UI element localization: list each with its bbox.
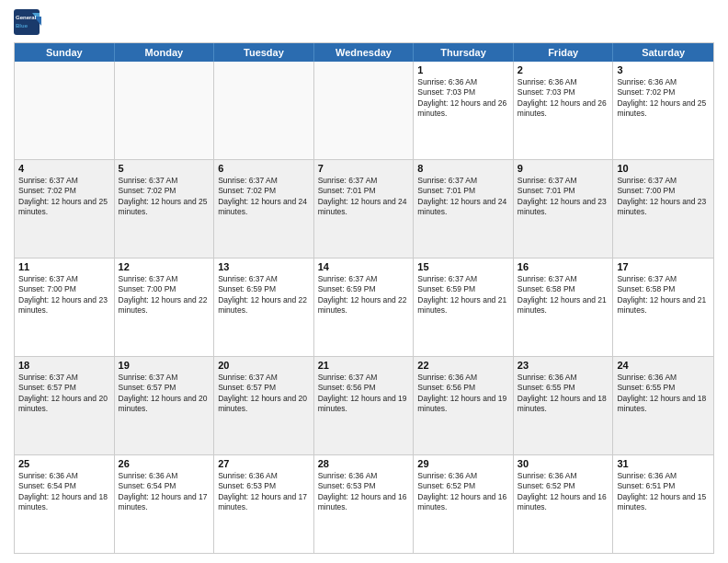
sun-info: Sunrise: 6:37 AMSunset: 6:57 PMDaylight:… xyxy=(218,373,310,415)
day-number: 1 xyxy=(417,64,509,75)
day-cell-22: 22Sunrise: 6:36 AMSunset: 6:56 PMDayligh… xyxy=(414,357,514,454)
empty-cell xyxy=(214,62,314,159)
sun-info: Sunrise: 6:37 AMSunset: 7:01 PMDaylight:… xyxy=(518,176,609,218)
calendar-header: SundayMondayTuesdayWednesdayThursdayFrid… xyxy=(15,43,713,62)
day-number: 21 xyxy=(318,360,410,371)
day-number: 28 xyxy=(318,458,410,469)
day-number: 18 xyxy=(18,360,110,371)
sun-info: Sunrise: 6:36 AMSunset: 6:55 PMDaylight:… xyxy=(518,373,609,415)
day-header-saturday: Saturday xyxy=(613,43,713,62)
day-number: 27 xyxy=(218,458,310,469)
day-number: 30 xyxy=(518,458,609,469)
sun-info: Sunrise: 6:36 AMSunset: 7:03 PMDaylight:… xyxy=(417,77,509,120)
sun-info: Sunrise: 6:37 AMSunset: 7:00 PMDaylight:… xyxy=(617,176,710,218)
empty-cell xyxy=(314,62,415,159)
day-cell-25: 25Sunrise: 6:36 AMSunset: 6:54 PMDayligh… xyxy=(15,455,115,553)
day-header-sunday: Sunday xyxy=(15,43,115,62)
day-cell-17: 17Sunrise: 6:37 AMSunset: 6:58 PMDayligh… xyxy=(613,259,713,356)
sun-info: Sunrise: 6:37 AMSunset: 7:01 PMDaylight:… xyxy=(318,176,410,218)
sun-info: Sunrise: 6:37 AMSunset: 7:01 PMDaylight:… xyxy=(417,176,509,218)
day-number: 15 xyxy=(417,261,509,272)
day-cell-2: 2Sunrise: 6:36 AMSunset: 7:03 PMDaylight… xyxy=(514,62,614,159)
day-cell-12: 12Sunrise: 6:37 AMSunset: 7:00 PMDayligh… xyxy=(115,259,215,356)
sun-info: Sunrise: 6:37 AMSunset: 7:00 PMDaylight:… xyxy=(119,274,210,316)
day-cell-1: 1Sunrise: 6:36 AMSunset: 7:03 PMDaylight… xyxy=(414,62,514,159)
day-number: 16 xyxy=(518,261,609,272)
day-number: 11 xyxy=(18,261,110,272)
day-number: 29 xyxy=(417,458,509,469)
calendar: SundayMondayTuesdayWednesdayThursdayFrid… xyxy=(14,42,714,554)
svg-text:General: General xyxy=(16,15,37,20)
sun-info: Sunrise: 6:37 AMSunset: 6:58 PMDaylight:… xyxy=(518,274,609,316)
day-cell-11: 11Sunrise: 6:37 AMSunset: 7:00 PMDayligh… xyxy=(15,259,115,356)
day-cell-20: 20Sunrise: 6:37 AMSunset: 6:57 PMDayligh… xyxy=(214,357,314,454)
day-number: 3 xyxy=(617,64,710,75)
sun-info: Sunrise: 6:36 AMSunset: 6:54 PMDaylight:… xyxy=(119,471,210,513)
day-header-wednesday: Wednesday xyxy=(314,43,415,62)
sun-info: Sunrise: 6:37 AMSunset: 6:59 PMDaylight:… xyxy=(318,274,410,316)
logo: General Blue xyxy=(14,9,43,35)
day-number: 25 xyxy=(18,458,110,469)
day-cell-8: 8Sunrise: 6:37 AMSunset: 7:01 PMDaylight… xyxy=(414,160,514,258)
day-cell-27: 27Sunrise: 6:36 AMSunset: 6:53 PMDayligh… xyxy=(214,455,314,553)
day-number: 8 xyxy=(417,163,509,174)
day-cell-31: 31Sunrise: 6:36 AMSunset: 6:51 PMDayligh… xyxy=(613,455,713,553)
day-cell-21: 21Sunrise: 6:37 AMSunset: 6:56 PMDayligh… xyxy=(314,357,415,454)
day-header-monday: Monday xyxy=(115,43,215,62)
day-cell-29: 29Sunrise: 6:36 AMSunset: 6:52 PMDayligh… xyxy=(414,455,514,553)
calendar-row-3: 18Sunrise: 6:37 AMSunset: 6:57 PMDayligh… xyxy=(15,357,713,455)
calendar-row-4: 25Sunrise: 6:36 AMSunset: 6:54 PMDayligh… xyxy=(15,455,713,553)
day-number: 2 xyxy=(518,64,609,75)
day-number: 17 xyxy=(617,261,710,272)
day-cell-7: 7Sunrise: 6:37 AMSunset: 7:01 PMDaylight… xyxy=(314,160,415,258)
day-cell-18: 18Sunrise: 6:37 AMSunset: 6:57 PMDayligh… xyxy=(15,357,115,454)
sun-info: Sunrise: 6:36 AMSunset: 7:02 PMDaylight:… xyxy=(617,77,710,120)
day-cell-3: 3Sunrise: 6:36 AMSunset: 7:02 PMDaylight… xyxy=(613,62,713,159)
day-number: 19 xyxy=(119,360,210,371)
day-number: 9 xyxy=(518,163,609,174)
sun-info: Sunrise: 6:36 AMSunset: 6:53 PMDaylight:… xyxy=(318,471,410,513)
sun-info: Sunrise: 6:36 AMSunset: 6:53 PMDaylight:… xyxy=(218,471,310,513)
day-number: 26 xyxy=(119,458,210,469)
day-cell-10: 10Sunrise: 6:37 AMSunset: 7:00 PMDayligh… xyxy=(613,160,713,258)
day-cell-24: 24Sunrise: 6:36 AMSunset: 6:55 PMDayligh… xyxy=(613,357,713,454)
sun-info: Sunrise: 6:36 AMSunset: 7:03 PMDaylight:… xyxy=(518,77,609,120)
calendar-row-2: 11Sunrise: 6:37 AMSunset: 7:00 PMDayligh… xyxy=(15,259,713,357)
day-number: 24 xyxy=(617,360,710,371)
day-number: 14 xyxy=(318,261,410,272)
day-header-tuesday: Tuesday xyxy=(214,43,314,62)
day-cell-15: 15Sunrise: 6:37 AMSunset: 6:59 PMDayligh… xyxy=(414,259,514,356)
day-cell-5: 5Sunrise: 6:37 AMSunset: 7:02 PMDaylight… xyxy=(115,160,215,258)
empty-cell xyxy=(15,62,115,159)
day-number: 23 xyxy=(518,360,609,371)
sun-info: Sunrise: 6:37 AMSunset: 6:56 PMDaylight:… xyxy=(318,373,410,415)
sun-info: Sunrise: 6:36 AMSunset: 6:51 PMDaylight:… xyxy=(617,471,710,513)
sun-info: Sunrise: 6:37 AMSunset: 7:02 PMDaylight:… xyxy=(18,176,110,218)
day-cell-16: 16Sunrise: 6:37 AMSunset: 6:58 PMDayligh… xyxy=(514,259,614,356)
sun-info: Sunrise: 6:37 AMSunset: 6:57 PMDaylight:… xyxy=(18,373,110,415)
sun-info: Sunrise: 6:37 AMSunset: 7:02 PMDaylight:… xyxy=(119,176,210,218)
sun-info: Sunrise: 6:37 AMSunset: 6:59 PMDaylight:… xyxy=(218,274,310,316)
day-number: 31 xyxy=(617,458,710,469)
day-cell-9: 9Sunrise: 6:37 AMSunset: 7:01 PMDaylight… xyxy=(514,160,614,258)
sun-info: Sunrise: 6:37 AMSunset: 6:58 PMDaylight:… xyxy=(617,274,710,316)
day-cell-23: 23Sunrise: 6:36 AMSunset: 6:55 PMDayligh… xyxy=(514,357,614,454)
sun-info: Sunrise: 6:37 AMSunset: 6:59 PMDaylight:… xyxy=(417,274,509,316)
day-cell-6: 6Sunrise: 6:37 AMSunset: 7:02 PMDaylight… xyxy=(214,160,314,258)
calendar-row-0: 1Sunrise: 6:36 AMSunset: 7:03 PMDaylight… xyxy=(15,62,713,160)
sun-info: Sunrise: 6:37 AMSunset: 7:02 PMDaylight:… xyxy=(218,176,310,218)
day-header-friday: Friday xyxy=(514,43,614,62)
day-header-thursday: Thursday xyxy=(414,43,514,62)
calendar-row-1: 4Sunrise: 6:37 AMSunset: 7:02 PMDaylight… xyxy=(15,160,713,259)
sun-info: Sunrise: 6:37 AMSunset: 6:57 PMDaylight:… xyxy=(119,373,210,415)
day-cell-4: 4Sunrise: 6:37 AMSunset: 7:02 PMDaylight… xyxy=(15,160,115,258)
day-number: 5 xyxy=(119,163,210,174)
page-container: General Blue SundayMondayTuesdayWednesda… xyxy=(0,0,728,563)
day-number: 13 xyxy=(218,261,310,272)
sun-info: Sunrise: 6:36 AMSunset: 6:55 PMDaylight:… xyxy=(617,373,710,415)
day-number: 4 xyxy=(18,163,110,174)
svg-text:Blue: Blue xyxy=(16,23,28,29)
day-number: 6 xyxy=(218,163,310,174)
sun-info: Sunrise: 6:36 AMSunset: 6:52 PMDaylight:… xyxy=(417,471,509,513)
sun-info: Sunrise: 6:36 AMSunset: 6:52 PMDaylight:… xyxy=(518,471,609,513)
